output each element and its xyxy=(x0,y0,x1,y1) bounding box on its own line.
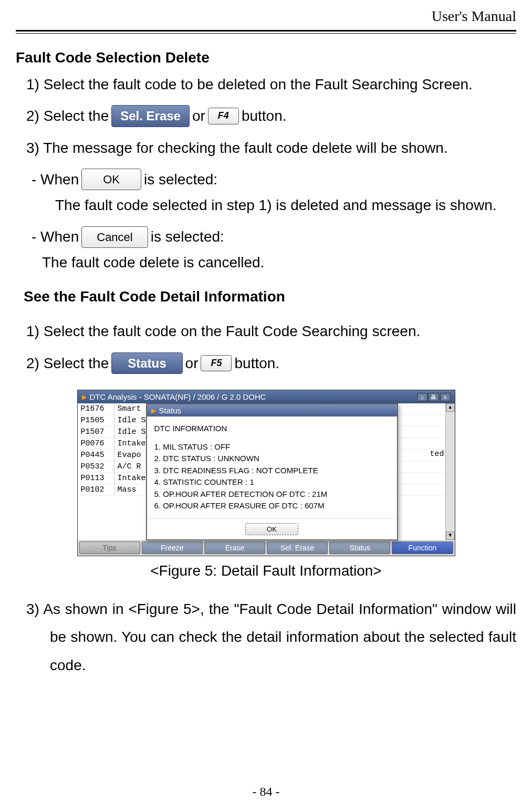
status-button[interactable]: Status xyxy=(111,352,182,374)
figure-caption: <Figure 5: Detail Fault Information> xyxy=(16,563,516,579)
page-number: - 84 - xyxy=(0,785,532,799)
step-1-2: 2) Select the Sel. Erase or F4 button. xyxy=(16,105,516,127)
f4-button[interactable]: F4 xyxy=(208,108,239,124)
toolbar-erase-button[interactable]: Erase xyxy=(204,542,265,554)
triangle-icon: ▶ xyxy=(82,393,87,401)
when-ok: - When OK is selected: xyxy=(16,169,516,191)
cancel-button[interactable]: Cancel xyxy=(81,226,148,248)
sel-erase-button[interactable]: Sel. Erase xyxy=(111,105,190,127)
info-line: 3. DTC READINESS FLAG : NOT COMPLETE xyxy=(154,465,390,477)
dtc-code-cell: P0113 xyxy=(78,473,114,484)
toolbar-sel--erase-button[interactable]: Sel. Erase xyxy=(267,542,328,554)
when-cancel: - When Cancel is selected: xyxy=(16,226,516,248)
when-cancel-result: The fault code delete is cancelled. xyxy=(16,252,516,273)
dtc-analysis-window: ▶ DTC Analysis - SONATA(NF) / 2006 / G 2… xyxy=(77,390,455,556)
titlebar-icons: ⌂ 🖶 ≡ xyxy=(417,393,451,401)
window-titlebar: ▶ DTC Analysis - SONATA(NF) / 2006 / G 2… xyxy=(78,390,455,403)
figure-5: ▶ DTC Analysis - SONATA(NF) / 2006 / G 2… xyxy=(77,390,455,556)
scrollbar[interactable]: ▲ ▼ xyxy=(445,403,455,540)
info-line: 1. MIL STATUS : OFF xyxy=(154,441,390,453)
page-header: User's Manual xyxy=(16,0,516,30)
bottom-button-bar: TipsFreezeEraseSel. EraseStatusFunction xyxy=(78,540,455,556)
step-2-2-text-b: or xyxy=(185,353,199,373)
info-line: 6. OP.HOUR AFTER ERASURE OF DTC : 607M xyxy=(154,500,390,512)
window-title: DTC Analysis - SONATA(NF) / 2006 / G 2.0… xyxy=(90,392,266,401)
when-cancel-a: - When xyxy=(32,226,79,248)
step-2-2-text-c: button. xyxy=(234,353,279,373)
ok-button[interactable]: OK xyxy=(81,169,141,190)
header-rule xyxy=(16,30,516,34)
scroll-up-icon[interactable]: ▲ xyxy=(446,403,455,412)
info-line: 4. STATISTIC COUNTER : 1 xyxy=(154,476,390,488)
dtc-code-cell: P0102 xyxy=(78,484,114,496)
section-title-delete: Fault Code Selection Delete xyxy=(16,49,516,66)
step-1-1: 1) Select the fault code to be deleted o… xyxy=(16,74,516,95)
popup-content: DTC INFORMATION 1. MIL STATUS : OFF2. DT… xyxy=(147,417,397,518)
step-1-3: 3) The message for checking the fault co… xyxy=(16,138,516,158)
text-fragment: ted xyxy=(430,450,444,459)
toolbar-function-button[interactable]: Function xyxy=(392,542,453,554)
popup-footer: OK xyxy=(147,518,397,539)
menu-icon[interactable]: ≡ xyxy=(440,393,451,401)
step-1-2-text-a: 2) Select the xyxy=(26,106,109,126)
dtc-code-cell: P1676 xyxy=(78,403,114,415)
info-line: 2. DTC STATUS : UNKNOWN xyxy=(154,453,390,465)
dtc-body: P1676SmartP1505Idle SP1507Idle SP0076Int… xyxy=(78,403,455,540)
popup-heading: DTC INFORMATION xyxy=(154,423,390,435)
toolbar-status-button[interactable]: Status xyxy=(329,542,390,554)
dtc-code-cell: P0445 xyxy=(78,450,114,461)
f5-button[interactable]: F5 xyxy=(201,355,232,371)
status-popup: ▶ Status DTC INFORMATION 1. MIL STATUS :… xyxy=(146,403,398,540)
step-2-3: 3) As shown in <Figure 5>, the "Fault Co… xyxy=(16,595,516,679)
dtc-code-cell: P1507 xyxy=(78,426,114,438)
popup-title: Status xyxy=(159,406,182,415)
when-ok-result: The fault code selected in step 1) is de… xyxy=(16,195,516,215)
popup-ok-button[interactable]: OK xyxy=(245,523,298,535)
popup-titlebar: ▶ Status xyxy=(147,404,397,417)
when-ok-b: is selected: xyxy=(144,169,217,191)
dtc-code-cell: P0076 xyxy=(78,438,114,450)
step-1-2-text-c: button. xyxy=(242,106,287,126)
toolbar-freeze-button[interactable]: Freeze xyxy=(142,542,203,554)
info-line: 5. OP.HOUR AFTER DETECTION OF DTC : 21M xyxy=(154,488,390,501)
dtc-code-cell: P0532 xyxy=(78,461,114,473)
when-cancel-b: is selected: xyxy=(151,226,224,248)
home-icon[interactable]: ⌂ xyxy=(417,393,427,401)
scroll-down-icon[interactable]: ▼ xyxy=(446,532,455,540)
dtc-code-cell: P1505 xyxy=(78,415,114,426)
triangle-icon: ▶ xyxy=(151,407,156,414)
scroll-track[interactable] xyxy=(446,412,455,532)
step-2-2-text-a: 2) Select the xyxy=(26,353,109,373)
section-title-detail: See the Fault Code Detail Information xyxy=(24,288,516,305)
toolbar-tips-button[interactable]: Tips xyxy=(79,542,140,554)
when-ok-a: - When xyxy=(32,169,79,191)
step-2-1: 1) Select the fault code on the Fault Co… xyxy=(16,321,516,341)
print-icon[interactable]: 🖶 xyxy=(429,393,439,401)
step-1-2-text-b: or xyxy=(192,106,205,126)
step-2-2: 2) Select the Status or F5 button. xyxy=(16,352,516,374)
